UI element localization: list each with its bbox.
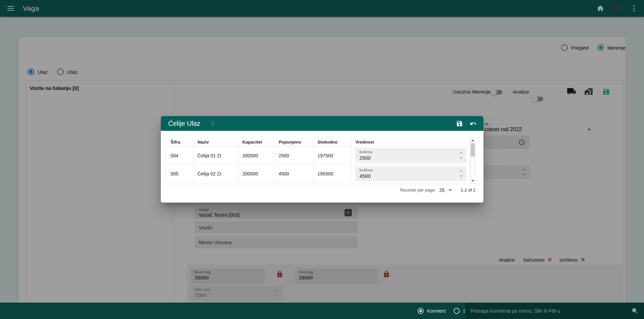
col-popunjeno: Popunjeno: [275, 138, 314, 147]
search-input[interactable]: [465, 308, 631, 314]
app-screen: Pregled Merenje Ulaz Izlaz Vozila na ček…: [0, 0, 644, 319]
home-icon[interactable]: [596, 4, 604, 12]
stepper-icon[interactable]: [460, 153, 462, 158]
power-icon[interactable]: [613, 4, 621, 12]
cell-vrednost: Količina 4500: [351, 165, 470, 182]
per-page-caret-icon[interactable]: [449, 189, 452, 191]
kolicina-input[interactable]: Količina 2500: [355, 148, 466, 163]
cell-naziv: Ćelija 01 Zr: [193, 147, 238, 164]
scroll-up-icon[interactable]: [471, 140, 474, 141]
app-title: Vaga: [23, 4, 39, 12]
cell-popunjeno: 2500: [275, 147, 314, 164]
scrollbar-thumb[interactable]: [471, 143, 475, 157]
dialog-header: Ćelije Ulaz 0: [161, 116, 484, 131]
more-options-icon[interactable]: [630, 4, 638, 12]
dialog-pagination: Records per page: 25 1-2 of 2: [161, 184, 484, 196]
radio-silos[interactable]: [454, 308, 460, 314]
scroll-down-icon[interactable]: [471, 180, 474, 182]
cell-sifra: 004: [167, 147, 193, 164]
top-app-bar: Vaga: [0, 0, 644, 17]
table-header-row: Šifra Naziv Kapacitet Popunjeno Slobodno…: [167, 138, 470, 147]
records-per-page-label: Records per page:: [400, 188, 436, 193]
col-naziv: Naziv: [193, 138, 238, 147]
bottom-bar: Komitent Silos: [0, 303, 644, 319]
dialog-save-icon[interactable]: [456, 120, 463, 127]
cell-popunjeno: 4500: [275, 165, 314, 182]
cell-kapacitet: 200000: [238, 147, 275, 164]
radio-komitent-label: Komitent: [427, 308, 446, 314]
col-kapacitet: Kapacitet: [238, 138, 275, 147]
cells-table: Šifra Naziv Kapacitet Popunjeno Slobodno…: [166, 138, 470, 182]
kolicina-input[interactable]: Količina 4500: [355, 166, 466, 181]
cell-slobodno: 197500: [314, 147, 352, 164]
col-slobodno: Slobodno: [314, 138, 352, 147]
cell-naziv: Ćelija 02 Zr: [193, 165, 238, 182]
kolicina-value: 2500: [359, 155, 370, 161]
table-scrollbar[interactable]: [470, 138, 475, 184]
cell-sifra: 005: [167, 165, 193, 182]
kolicina-label: Količina: [359, 150, 372, 154]
records-per-page-value[interactable]: 25: [439, 188, 445, 193]
radio-komitent[interactable]: [418, 308, 424, 314]
dialog-undo-icon[interactable]: [470, 120, 477, 127]
cell-slobodno: 195500: [314, 165, 352, 182]
cell-vrednost: Količina 2500: [351, 147, 470, 164]
dialog-counter: 0: [211, 120, 215, 127]
col-vrednost: Vrednost: [351, 138, 470, 147]
menu-icon[interactable]: [7, 6, 14, 11]
search-icon: [631, 307, 639, 315]
dialog-title: Ćelije Ulaz: [168, 120, 200, 127]
table-row: 004 Ćelija 01 Zr 200000 2500 197500 Koli…: [167, 147, 470, 165]
kolicina-value: 4500: [359, 173, 370, 179]
table-row: 005 Ćelija 02 Zr 200000 4500 195500 Koli…: [167, 165, 470, 182]
cell-kapacitet: 200000: [238, 165, 275, 182]
col-sifra: Šifra: [167, 138, 193, 147]
kolicina-label: Količina: [359, 168, 372, 172]
search-field[interactable]: [465, 303, 644, 319]
stepper-icon[interactable]: [460, 171, 462, 176]
celije-ulaz-dialog: Ćelije Ulaz 0 Šifra Naziv Kapacitet Popu…: [161, 116, 484, 203]
pagination-range: 1-2 of 2: [461, 188, 475, 193]
